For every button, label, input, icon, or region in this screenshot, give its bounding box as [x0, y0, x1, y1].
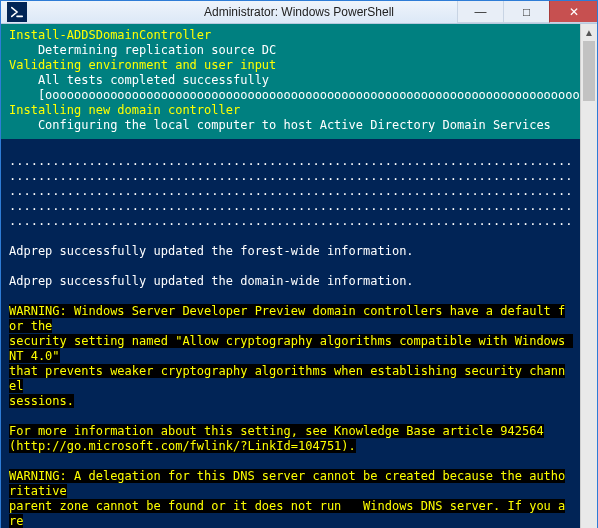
- separator: ........................................…: [9, 169, 572, 184]
- client-area: Install-ADDSDomainController Determining…: [1, 24, 597, 528]
- progress-bar: [ooooooooooooooooooooooooooooooooooooooo…: [1, 88, 580, 103]
- separator: ........................................…: [9, 199, 572, 214]
- maximize-button[interactable]: □: [503, 1, 549, 23]
- separator: ........................................…: [9, 214, 572, 229]
- progress-line: Validating environment and user input: [1, 58, 580, 73]
- warning-line: parent zone cannot be found or it does n…: [9, 499, 572, 528]
- console-body: ........................................…: [1, 139, 580, 528]
- warning-line: For more information about this setting,…: [9, 424, 572, 439]
- progress-line: Configuring the local computer to host A…: [1, 118, 580, 133]
- separator: ........................................…: [9, 184, 572, 199]
- separator: ........................................…: [9, 154, 572, 169]
- warning-line: sessions.: [9, 394, 572, 409]
- close-button[interactable]: ✕: [549, 1, 597, 23]
- warning-line: security setting named "Allow cryptograp…: [9, 334, 572, 364]
- warning-line: WARNING: Windows Server Developer Previe…: [9, 304, 572, 334]
- console-output[interactable]: Install-ADDSDomainController Determining…: [1, 24, 580, 528]
- scroll-track[interactable]: [581, 41, 597, 528]
- app-icon: [7, 2, 27, 22]
- progress-line: All tests completed successfully: [1, 73, 580, 88]
- minimize-button[interactable]: —: [457, 1, 503, 23]
- scroll-thumb[interactable]: [583, 41, 595, 101]
- window-controls: — □ ✕: [457, 1, 597, 23]
- titlebar[interactable]: Administrator: Windows PowerShell — □ ✕: [1, 1, 597, 24]
- warning-line: WARNING: A delegation for this DNS serve…: [9, 469, 572, 499]
- progress-panel: Install-ADDSDomainController Determining…: [1, 24, 580, 139]
- vertical-scrollbar[interactable]: ▲ ▼: [580, 24, 597, 528]
- warning-line: (http://go.microsoft.com/fwlink/?LinkId=…: [9, 439, 572, 454]
- scroll-up-arrow-icon[interactable]: ▲: [581, 24, 597, 41]
- progress-line: Install-ADDSDomainController: [1, 28, 580, 43]
- status-line: Adprep successfully updated the domain-w…: [9, 274, 572, 289]
- progress-line: Determining replication source DC: [1, 43, 580, 58]
- progress-line: Installing new domain controller: [1, 103, 580, 118]
- powershell-window: Administrator: Windows PowerShell — □ ✕ …: [0, 0, 598, 528]
- status-line: Adprep successfully updated the forest-w…: [9, 244, 572, 259]
- warning-line: that prevents weaker cryptography algori…: [9, 364, 572, 394]
